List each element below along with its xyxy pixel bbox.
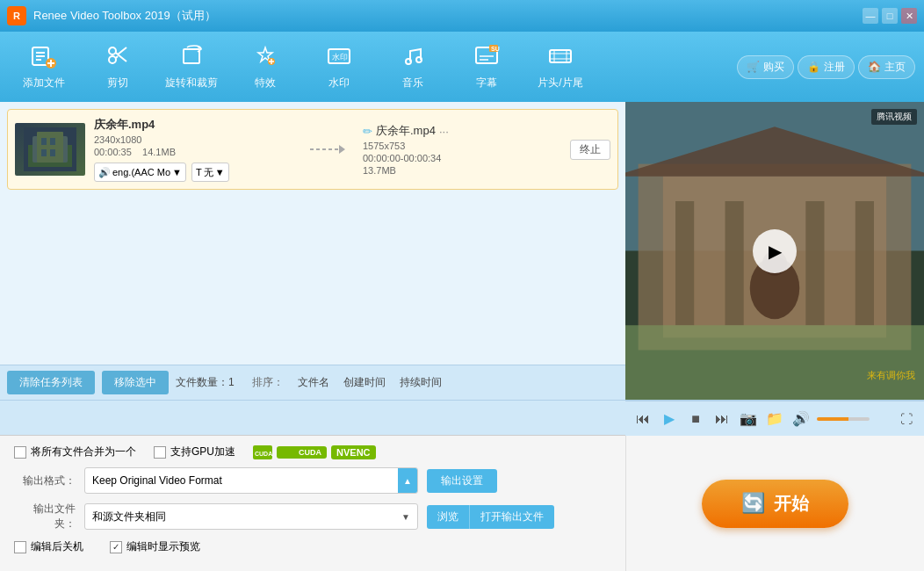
subtitle-select[interactable]: T 无 ▼: [191, 163, 229, 182]
main-toolbar: 添加文件 剪切 旋转和裁剪: [0, 32, 924, 102]
toolbar-cut[interactable]: 剪切: [83, 36, 153, 98]
stop-button[interactable]: 终止: [570, 140, 610, 160]
video-preview: ▶ 腾讯视频 来有调你我: [625, 102, 924, 400]
file-input-info: 庆余年.mp4 2340x1080 00:00:35 14.1MB 🔊 eng.…: [94, 117, 292, 182]
home-button[interactable]: 🏠 主页: [858, 55, 915, 79]
toolbar-music[interactable]: 音乐: [378, 36, 448, 98]
rotate-label: 旋转和裁剪: [165, 76, 218, 90]
input-resolution: 2340x1080: [94, 134, 292, 145]
svg-text:水印: 水印: [332, 53, 348, 61]
file-count: 文件数量：1: [176, 375, 235, 390]
svg-rect-38: [41, 149, 47, 156]
input-filename: 庆余年.mp4: [94, 117, 292, 133]
format-dropdown-arrow[interactable]: ▲: [398, 468, 417, 493]
audio-track-select[interactable]: 🔊 eng.(AAC Mo ▼: [94, 163, 186, 182]
svg-line-7: [118, 47, 126, 54]
open-folder-button[interactable]: 📁: [764, 408, 785, 430]
output-filename: ✏ 庆余年.mp4 ···: [363, 123, 561, 139]
controls-left-spacer: [0, 401, 625, 435]
screenshot-button[interactable]: 📷: [738, 408, 759, 430]
task-bar: 清除任务列表 移除选中 文件数量：1 排序： 文件名 创建时间 持续时间: [0, 365, 625, 400]
svg-marker-41: [339, 145, 345, 154]
play-button[interactable]: ▶: [753, 229, 797, 273]
preview-watermark: 来有调你我: [867, 369, 915, 382]
output-resolution: 1575x753: [363, 141, 561, 151]
brand-watermark: 腾讯视频: [871, 109, 917, 125]
preview-background: ▶ 腾讯视频 来有调你我: [625, 102, 924, 400]
file-list-area: 庆余年.mp4 2340x1080 00:00:35 14.1MB 🔊 eng.…: [0, 102, 625, 365]
subtitle-dropdown-arrow: ▼: [215, 167, 225, 177]
effects-label: 特效: [255, 76, 276, 90]
start-button[interactable]: 🔄 开始: [702, 480, 848, 528]
toolbar-subtitle[interactable]: SUB 字幕: [451, 36, 522, 98]
svg-rect-51: [625, 325, 924, 400]
fullscreen-button[interactable]: ⛶: [896, 408, 917, 430]
svg-line-12: [116, 56, 118, 58]
shutdown-checkbox-box: [14, 541, 26, 553]
output-settings-button[interactable]: 输出设置: [427, 469, 497, 493]
open-output-button[interactable]: 打开输出文件: [469, 505, 554, 529]
sort-created-time[interactable]: 创建时间: [343, 375, 386, 390]
sort-duration[interactable]: 持续时间: [400, 375, 442, 390]
preview-checkbox[interactable]: 编辑时显示预览: [110, 539, 200, 554]
app-logo: R: [7, 6, 26, 25]
merge-checkbox-box: [14, 446, 26, 459]
stop-playback-button[interactable]: ■: [685, 408, 706, 430]
output-size: 13.7MB: [363, 165, 561, 176]
window-controls: — □ ✕: [863, 8, 917, 24]
remove-selected-button[interactable]: 移除选中: [102, 371, 169, 394]
sort-filename[interactable]: 文件名: [298, 375, 329, 390]
toolbar-effects[interactable]: 特效: [230, 36, 300, 98]
toolbar-rotate-crop[interactable]: 旋转和裁剪: [156, 36, 227, 98]
volume-slider[interactable]: [817, 417, 870, 421]
svg-point-9: [109, 47, 116, 54]
svg-rect-50: [855, 201, 874, 325]
toolbar-watermark[interactable]: 水印 水印: [304, 36, 374, 98]
start-button-area: 🔄 开始: [625, 436, 924, 571]
edit-icon: ✏: [363, 125, 372, 138]
maximize-button[interactable]: □: [882, 8, 898, 24]
sort-label: 排序：: [252, 375, 284, 390]
volume-button[interactable]: 🔊: [790, 408, 812, 430]
format-select[interactable]: Keep Original Video Format ▲: [84, 467, 418, 494]
add-file-icon: [31, 44, 57, 72]
shutdown-checkbox[interactable]: 编辑后关机: [14, 539, 83, 554]
prev-track-button[interactable]: ⏮: [632, 408, 653, 430]
music-icon: [400, 44, 426, 72]
minimize-button[interactable]: —: [863, 8, 878, 24]
preview-panel: ▶ 腾讯视频 来有调你我: [625, 102, 924, 400]
text-icon: T: [196, 167, 202, 177]
lock-icon: 🔒: [807, 61, 820, 73]
controls-row: ⏮ ▶ ■ ⏭ 📷 📁 🔊 ⛶: [0, 400, 924, 435]
file-controls: 🔊 eng.(AAC Mo ▼ T 无 ▼: [94, 163, 292, 182]
title-end-label: 片头/片尾: [538, 76, 582, 90]
svg-rect-36: [41, 138, 47, 145]
close-button[interactable]: ✕: [901, 8, 917, 24]
register-button[interactable]: 🔒 注册: [798, 55, 855, 79]
play-pause-button[interactable]: ▶: [659, 408, 680, 430]
gpu-badges: CUDA CUDA NVENC: [253, 445, 376, 459]
svg-rect-56: [282, 448, 294, 457]
toolbar-add-file[interactable]: 添加文件: [9, 36, 79, 98]
toolbar-title-end[interactable]: 片头/片尾: [525, 36, 596, 98]
music-label: 音乐: [402, 76, 423, 90]
home-icon: 🏠: [868, 61, 881, 73]
cut-icon: [105, 44, 131, 72]
next-track-button[interactable]: ⏭: [711, 408, 733, 430]
svg-rect-13: [184, 49, 199, 63]
svg-rect-35: [37, 132, 63, 163]
svg-rect-48: [725, 201, 744, 325]
options-row-1: 将所有文件合并为一个 支持GPU加速 CUDA CUDA NVENC: [14, 445, 611, 459]
merge-files-checkbox[interactable]: 将所有文件合并为一个: [14, 445, 136, 459]
options-row-2: 输出格式： Keep Original Video Format ▲ 输出设置: [14, 467, 611, 494]
input-duration: 00:00:35 14.1MB: [94, 147, 292, 157]
browse-button[interactable]: 浏览: [427, 505, 469, 529]
buy-button[interactable]: 🛒 购买: [737, 55, 794, 79]
output-folder-select[interactable]: 和源文件夹相同 ▼: [84, 503, 418, 530]
clear-tasks-button[interactable]: 清除任务列表: [7, 371, 95, 394]
top-actions: 🛒 购买 🔒 注册 🏠 主页: [737, 55, 915, 79]
cuda-badge: CUDA: [277, 446, 327, 459]
svg-point-21: [416, 57, 422, 62]
gpu-accel-checkbox[interactable]: 支持GPU加速: [154, 445, 235, 459]
title-bar: R Renee Video Toolbox 2019（试用） — □ ✕: [0, 0, 924, 32]
